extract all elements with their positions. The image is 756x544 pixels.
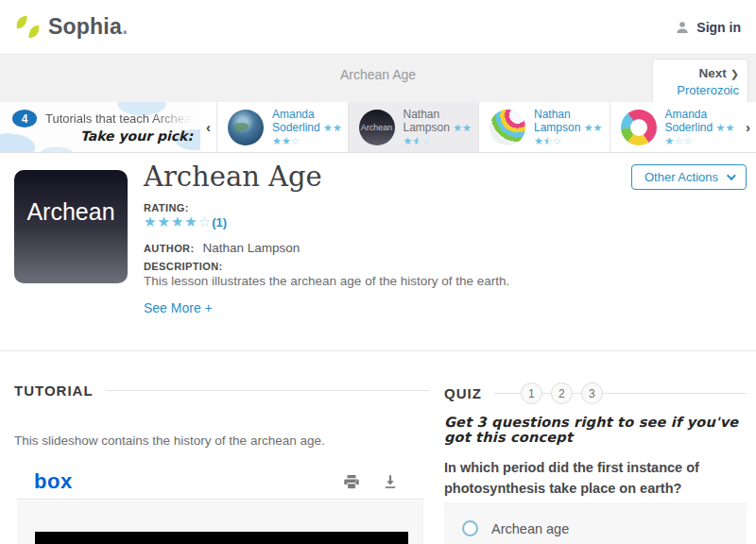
sophia-logo[interactable]: Sophia.: [15, 14, 128, 40]
current-tutorial-title: Archean Age: [0, 67, 756, 82]
chevron-down-icon: [727, 171, 736, 180]
lesson-body: TUTORIAL This slideshow contains the his…: [0, 351, 756, 544]
page-title: Archean Age: [144, 161, 322, 193]
card-thumbnail-rainbow: [490, 110, 525, 145]
tutorial-card[interactable]: Amanda Soderlind ★★★☆☆: [610, 102, 741, 152]
description-text: This lesson illustrates the archean age …: [144, 274, 509, 288]
sign-in-label: Sign in: [696, 20, 741, 35]
other-actions-button[interactable]: Other Actions: [631, 164, 747, 190]
chevron-right-icon: ›: [746, 119, 750, 135]
quiz-step-3: 3: [581, 382, 603, 404]
brand-text: Sophia.: [48, 14, 128, 40]
rating-label: RATING:: [144, 202, 189, 213]
author-name: Nathan Lampson: [203, 241, 301, 255]
quiz-step-1: 1: [521, 382, 542, 404]
rating-count-link[interactable]: (1): [212, 215, 227, 230]
answer-option[interactable]: Archean age: [444, 503, 747, 544]
card-author-link[interactable]: Amanda Soderlind: [665, 108, 713, 134]
box-embed: box: [17, 465, 423, 544]
card-thumbnail-donut: [621, 110, 657, 145]
quiz-progress-line: [542, 393, 551, 394]
tutorial-carousel: 4 Tutorials that teach Archean Age Take …: [0, 102, 756, 153]
tutorial-intro: This slideshow contains the history of t…: [14, 434, 325, 448]
tutorial-card[interactable]: Amanda Soderlind ★★★★☆: [216, 102, 348, 152]
tutorial-count-badge: 4: [12, 110, 37, 128]
chevron-right-icon: ❯: [730, 68, 739, 79]
chevron-left-icon: ‹: [206, 119, 211, 135]
tutorial-navbar: Archean Age Next❯ Proterozoic Age: [0, 54, 756, 102]
tutorial-count-text: Tutorials that teach Archean Age: [45, 111, 195, 126]
download-icon: [382, 473, 399, 490]
carousel-tagline: Take your pick:: [0, 128, 200, 144]
card-thumbnail-archean: Archean: [359, 110, 395, 145]
print-icon: [343, 473, 360, 490]
carousel-prev-button[interactable]: ‹: [200, 102, 216, 152]
description-label: DESCRIPTION:: [144, 261, 223, 272]
tutorial-card-selected[interactable]: Archean Nathan Lampson ★★★☆★☆: [348, 102, 479, 152]
card-author-label: Nathan Lampson: [404, 108, 450, 134]
quiz-progress-line: [603, 393, 747, 394]
quiz-heading: QUIZ: [444, 385, 482, 401]
box-logo[interactable]: box: [34, 469, 73, 494]
quiz-question: In which period did the first instance o…: [444, 457, 743, 499]
slideshow-slide: [35, 532, 408, 544]
card-thumbnail-earth: [228, 110, 264, 145]
next-label: Next: [699, 66, 727, 80]
tutorial-column: TUTORIAL This slideshow contains the his…: [14, 351, 430, 544]
lesson-summary-section: Archean Archean Age Other Actions RATING…: [0, 153, 756, 351]
quiz-progress-line: [573, 393, 581, 394]
quiz-tagline: Get 3 questions right to see if you've g…: [444, 415, 747, 445]
quiz-column: QUIZ 1 2 3 Get 3 questions right to see …: [444, 351, 747, 544]
card-author-link[interactable]: Amanda Soderlind: [272, 108, 320, 134]
see-more-link[interactable]: See More +: [144, 300, 213, 315]
download-button[interactable]: [382, 473, 399, 490]
tutorial-heading: TUTORIAL: [14, 382, 94, 399]
carousel-next-button[interactable]: ›: [740, 102, 756, 152]
carousel-cards: Amanda Soderlind ★★★★☆ Archean Nathan La…: [216, 102, 740, 152]
answer-label: Archean age: [491, 520, 569, 544]
top-header: Sophia. Sign in: [0, 0, 756, 54]
sign-in-button[interactable]: Sign in: [675, 20, 741, 35]
sophia-logo-icon: [15, 14, 41, 40]
quiz-step-2: 2: [551, 382, 573, 404]
print-button[interactable]: [343, 473, 360, 490]
carousel-promo: 4 Tutorials that teach Archean Age Take …: [0, 102, 200, 152]
radio-button[interactable]: [462, 520, 478, 536]
slideshow-viewer[interactable]: [17, 501, 423, 544]
tutorial-card[interactable]: Nathan Lampson ★★★☆★☆: [478, 102, 610, 152]
author-label: AUTHOR:: [144, 243, 195, 254]
tutorial-divider: [106, 390, 430, 391]
quiz-progress-line: [494, 393, 521, 394]
lesson-thumbnail: Archean: [14, 170, 128, 283]
person-icon: [675, 20, 690, 35]
card-author-link[interactable]: Nathan Lampson: [534, 108, 580, 134]
lesson-star-rating: ★★★★☆: [144, 213, 212, 230]
